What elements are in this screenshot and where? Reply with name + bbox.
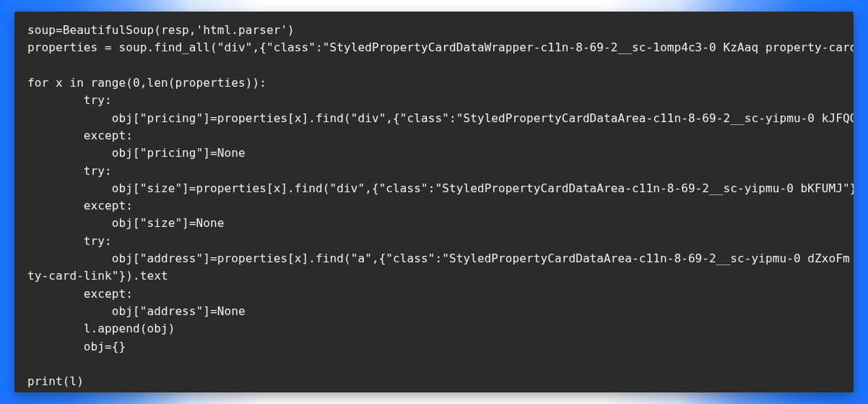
code-content: soup=BeautifulSoup(resp,'html.parser') p…: [27, 23, 854, 388]
code-block: soup=BeautifulSoup(resp,'html.parser') p…: [27, 22, 841, 391]
code-panel: soup=BeautifulSoup(resp,'html.parser') p…: [14, 12, 854, 392]
